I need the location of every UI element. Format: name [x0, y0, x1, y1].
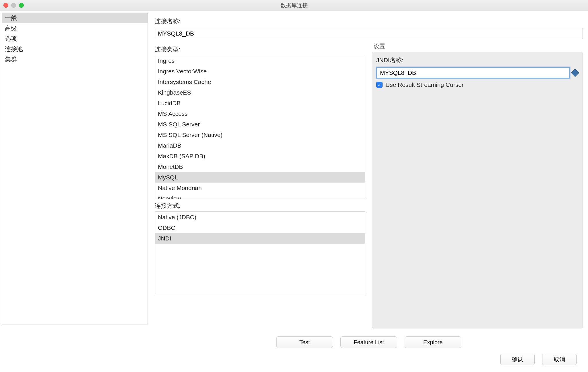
jndi-name-input[interactable] [376, 67, 570, 79]
list-item[interactable]: MaxDB (SAP DB) [155, 151, 365, 161]
sidebar-item-label: 选项 [5, 35, 17, 42]
feature-list-button[interactable]: Feature List [340, 336, 397, 348]
sidebar-item-label: 一般 [5, 15, 17, 21]
list-item[interactable]: MariaDB [155, 140, 365, 151]
list-item[interactable]: Ingres [155, 55, 365, 66]
connection-name-label: 连接名称: [155, 17, 583, 25]
list-item[interactable]: LucidDB [155, 98, 365, 108]
connection-type-list[interactable]: IngresIngres VectorWiseIntersystems Cach… [155, 55, 365, 199]
traffic-lights [3, 3, 24, 8]
list-item[interactable]: MonetDB [155, 161, 365, 172]
sidebar-item-general[interactable]: 一般 [2, 13, 148, 23]
cancel-button[interactable]: 取消 [542, 354, 577, 365]
minimize-window-button[interactable] [11, 3, 16, 8]
sidebar-item-label: 高级 [5, 25, 17, 32]
explore-button[interactable]: Explore [405, 336, 461, 348]
list-item[interactable]: MySQL [155, 172, 365, 183]
zoom-window-button[interactable] [19, 3, 24, 8]
settings-group-label: 设置 [374, 42, 583, 50]
settings-group: JNDI名称: ✓ Use Result Streaming Cursor [372, 52, 583, 328]
titlebar: 数据库连接 [0, 0, 588, 11]
sidebar-item-advanced[interactable]: 高级 [2, 23, 148, 34]
connection-name-input[interactable] [155, 28, 583, 39]
variable-picker-button[interactable] [572, 70, 579, 76]
sidebar-item-pooling[interactable]: 连接池 [2, 44, 148, 54]
list-item[interactable]: Ingres VectorWise [155, 66, 365, 77]
close-window-button[interactable] [3, 3, 8, 8]
list-item[interactable]: MS SQL Server (Native) [155, 130, 365, 140]
list-item[interactable]: MS Access [155, 108, 365, 119]
list-item[interactable]: ODBC [155, 222, 365, 233]
streaming-cursor-checkbox[interactable]: ✓ Use Result Streaming Cursor [376, 81, 579, 88]
list-item[interactable]: MS SQL Server [155, 119, 365, 130]
list-item[interactable]: JNDI [155, 233, 365, 244]
list-item[interactable]: Neoview [155, 193, 365, 199]
diamond-icon [571, 69, 579, 77]
connection-type-label: 连接类型: [155, 45, 365, 53]
sidebar-item-label: 连接池 [5, 46, 23, 52]
connection-method-list[interactable]: Native (JDBC)ODBCJNDI [155, 212, 365, 295]
list-item[interactable]: Intersystems Cache [155, 77, 365, 87]
checkbox-label: Use Result Streaming Cursor [385, 81, 464, 88]
jndi-name-label: JNDI名称: [376, 56, 579, 64]
test-button[interactable]: Test [276, 336, 333, 348]
sidebar-item-options[interactable]: 选项 [2, 34, 148, 44]
sidebar-item-cluster[interactable]: 集群 [2, 54, 148, 64]
connection-method-label: 连接方式: [155, 202, 365, 210]
list-item[interactable]: Native Mondrian [155, 183, 365, 193]
list-item[interactable]: Native (JDBC) [155, 212, 365, 222]
sidebar-item-label: 集群 [5, 56, 17, 62]
category-sidebar: 一般 高级 选项 连接池 集群 [2, 13, 148, 324]
list-item[interactable]: KingbaseES [155, 87, 365, 98]
action-button-bar: Test Feature List Explore [150, 330, 588, 351]
ok-button[interactable]: 确认 [500, 354, 535, 365]
checkbox-checked-icon: ✓ [376, 82, 383, 88]
dialog-button-bar: 确认 取消 [150, 351, 588, 372]
window-title: 数据库连接 [0, 2, 588, 9]
